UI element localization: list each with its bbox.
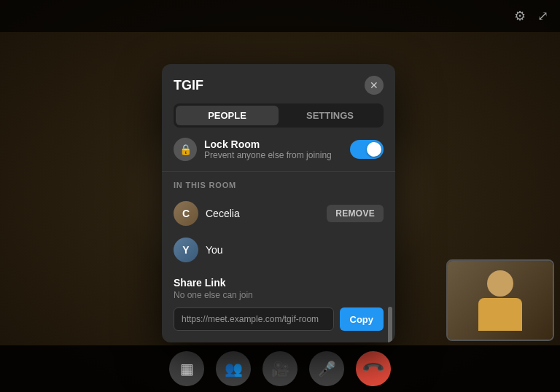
people-list: C Cecelia REMOVE Y You (162, 195, 395, 268)
share-link-title: Share Link (174, 277, 384, 289)
share-link-row: Copy (174, 307, 384, 331)
modal-content: 🔒 Lock Room Prevent anyone else from joi… (162, 128, 395, 342)
lock-room-text: Lock Room Prevent anyone else from joini… (204, 138, 332, 160)
person-name-you: You (206, 244, 223, 256)
share-link-subtitle: No one else can join (174, 290, 384, 300)
share-link-section: Share Link No one else can join Copy (162, 268, 395, 331)
modal-dialog: TGIF ✕ PEOPLE SETTINGS 🔒 Lock Room Preve… (162, 64, 395, 342)
modal-header: TGIF ✕ (162, 64, 395, 95)
people-list-container: C Cecelia REMOVE Y You (162, 195, 395, 268)
lock-icon: 🔒 (174, 138, 197, 161)
avatar-you-initials: Y (182, 244, 189, 256)
person-info-cecelia: C Cecelia (174, 201, 240, 226)
section-label: IN THIS ROOM (162, 172, 395, 195)
lock-room-row: 🔒 Lock Room Prevent anyone else from joi… (162, 128, 395, 172)
toggle-thumb (367, 142, 381, 157)
copy-button[interactable]: Copy (340, 307, 384, 331)
modal-close-button[interactable]: ✕ (365, 76, 384, 95)
lock-room-toggle[interactable] (350, 140, 384, 159)
scrollbar-track (388, 307, 392, 342)
avatar-you: Y (174, 238, 198, 262)
remove-cecelia-button[interactable]: REMOVE (327, 205, 384, 222)
person-row-you: Y You (162, 232, 395, 268)
tab-people[interactable]: PEOPLE (176, 106, 279, 125)
person-name-cecelia: Cecelia (206, 208, 240, 219)
avatar-cecelia-initials: C (182, 208, 190, 219)
modal-tabs: PEOPLE SETTINGS (174, 103, 384, 128)
modal-title: TGIF (174, 78, 203, 93)
lock-room-left: 🔒 Lock Room Prevent anyone else from joi… (174, 138, 332, 161)
modal-overlay: TGIF ✕ PEOPLE SETTINGS 🔒 Lock Room Preve… (0, 0, 560, 392)
lock-room-title: Lock Room (204, 138, 332, 150)
scrollbar-thumb[interactable] (388, 307, 392, 342)
toggle-track (350, 140, 384, 159)
lock-room-description: Prevent anyone else from joining (204, 150, 332, 160)
person-info-you: Y You (174, 238, 223, 262)
tab-settings[interactable]: SETTINGS (279, 106, 381, 125)
avatar-cecelia: C (174, 201, 198, 226)
person-row: C Cecelia REMOVE (162, 195, 395, 232)
share-link-input[interactable] (174, 307, 334, 331)
lock-glyph: 🔒 (179, 144, 192, 155)
